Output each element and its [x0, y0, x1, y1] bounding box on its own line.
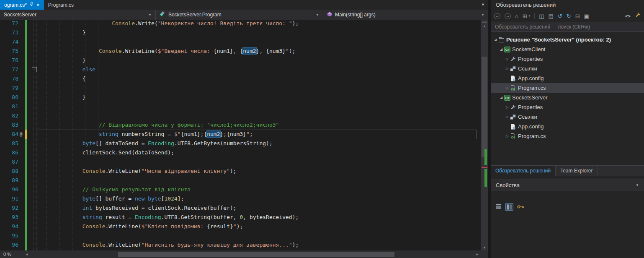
fold-collapse-icon[interactable]: −: [32, 67, 37, 72]
code-line-84[interactable]: 84 string numbersString = $"{num1};{num2…: [0, 130, 481, 139]
properties-panel-header[interactable]: Свойства ▼: [491, 180, 644, 190]
code-editor[interactable]: 72 Console.Write("Некоректне число! Введ…: [0, 19, 481, 250]
editor-horizontal-scrollbar[interactable]: 0 % ◄ ►: [0, 250, 488, 258]
panel-tab-solution-explorer[interactable]: Обозреватель решений: [491, 166, 556, 176]
code-line-81[interactable]: 81: [0, 102, 481, 111]
code-text[interactable]: clientSock.Send(dataToSend);: [40, 148, 174, 157]
tree-item-2[interactable]: ▷Properties: [491, 54, 644, 64]
line-number[interactable]: 84: [0, 130, 18, 139]
properties-toggle-icon[interactable]: [505, 203, 513, 211]
categorized-icon[interactable]: [496, 203, 502, 211]
line-number[interactable]: 93: [0, 213, 18, 222]
zoom-control[interactable]: 0 %: [0, 252, 23, 257]
code-line-92[interactable]: 92 int bytesReceived = clientSock.Receiv…: [0, 203, 481, 213]
tree-expander-icon[interactable]: ◢: [498, 96, 504, 99]
code-text[interactable]: {: [40, 74, 86, 83]
solution-search-input[interactable]: Обозреватель решений — поиск (Ctrl+ж): [491, 22, 644, 32]
code-line-94[interactable]: 94 Console.WriteLine($"Клієнт повідомив:…: [0, 222, 481, 231]
code-line-80[interactable]: 80 }: [0, 93, 481, 102]
property-pages-key-icon[interactable]: [517, 203, 524, 211]
code-text[interactable]: // Відправляємо числа у форматі: "число1…: [40, 120, 279, 130]
line-number[interactable]: 77: [0, 65, 18, 74]
panel-tab-team-explorer[interactable]: Team Explorer: [556, 166, 598, 176]
back-icon[interactable]: ←: [494, 13, 500, 19]
code-line-88[interactable]: 88 Console.WriteLine("Числа відправлені …: [0, 167, 481, 176]
code-text[interactable]: }: [40, 56, 86, 65]
code-text[interactable]: Console.WriteLine("Натисніть будь-яку кл…: [40, 240, 299, 250]
tree-expander-icon[interactable]: ▷: [504, 115, 510, 119]
tree-expander-icon[interactable]: ▷: [504, 105, 510, 109]
refresh-icon[interactable]: ↻: [567, 13, 571, 19]
line-number[interactable]: 87: [0, 157, 18, 167]
preview-selected-items-icon[interactable]: ▣: [584, 13, 589, 19]
code-line-90[interactable]: 90 // Очікуємо результат від клієнта: [0, 185, 481, 194]
tree-item-4[interactable]: App.config: [491, 73, 644, 83]
line-number[interactable]: 92: [0, 203, 18, 213]
line-number[interactable]: 81: [0, 102, 18, 111]
tab-list-chevron-icon[interactable]: ▼: [481, 3, 485, 7]
tree-expander-icon[interactable]: ◢: [492, 38, 498, 42]
line-number[interactable]: 82: [0, 111, 18, 120]
scrollbar-thumb[interactable]: [482, 57, 487, 157]
code-line-73[interactable]: 73 }: [0, 28, 481, 37]
code-line-79[interactable]: 79: [0, 83, 481, 93]
line-number[interactable]: 90: [0, 185, 18, 194]
forward-icon[interactable]: →: [505, 13, 511, 19]
code-line-89[interactable]: 89: [0, 176, 481, 185]
splitter-grip[interactable]: [482, 20, 487, 23]
code-text[interactable]: byte[] buffer = new byte[1024];: [40, 194, 184, 203]
editor-vertical-scrollbar[interactable]: ▲ ▼: [481, 19, 488, 250]
code-text[interactable]: byte[] dataToSend = Encoding.UTF8.GetByt…: [40, 139, 273, 148]
close-icon[interactable]: ×: [36, 2, 40, 8]
tree-item-7[interactable]: ▷Properties: [491, 102, 644, 112]
scope-to-this-icon[interactable]: ◫: [539, 13, 544, 19]
code-line-87[interactable]: 87: [0, 157, 481, 167]
scroll-down-arrow-icon[interactable]: ▼: [481, 245, 488, 250]
code-line-95[interactable]: 95: [0, 231, 481, 240]
code-text[interactable]: int bytesReceived = clientSock.Receive(b…: [40, 203, 237, 213]
code-line-93[interactable]: 93 string result = Encoding.UTF8.GetStri…: [0, 213, 481, 222]
type-dropdown[interactable]: SocketsServer.Program ▼: [156, 10, 323, 20]
code-text[interactable]: Console.Write("Некоректне число! Введіть…: [40, 19, 299, 28]
tree-item-10[interactable]: ▷C#Program.cs: [491, 131, 644, 141]
tree-item-5[interactable]: ▷C#Program.cs: [491, 83, 644, 93]
scroll-up-arrow-icon[interactable]: ▲: [481, 23, 488, 29]
properties-wrench-icon[interactable]: [635, 12, 641, 20]
home-icon[interactable]: ⌂: [515, 13, 518, 19]
collapse-all-icon[interactable]: ⊟: [575, 13, 580, 19]
code-text[interactable]: string result = Encoding.UTF8.GetString(…: [40, 213, 299, 222]
tree-item-3[interactable]: ▷Ссылки: [491, 64, 644, 73]
scroll-right-arrow-icon[interactable]: ►: [474, 253, 481, 256]
code-line-86[interactable]: 86 clientSock.Send(dataToSend);: [0, 148, 481, 157]
tree-item-0[interactable]: ◢Решение "SocketsServer" (проектов: 2): [491, 35, 644, 44]
tree-expander-icon[interactable]: ◢: [498, 47, 504, 51]
tree-item-6[interactable]: ◢C#SocketsServer: [491, 93, 644, 102]
line-number[interactable]: 96: [0, 240, 18, 250]
code-text[interactable]: }: [40, 93, 86, 102]
add-item-icon[interactable]: ⊞: [523, 13, 527, 19]
tree-item-9[interactable]: App.config: [491, 122, 644, 131]
code-text[interactable]: Console.WriteLine($"Введені числа: {num1…: [40, 47, 296, 56]
line-number[interactable]: 86: [0, 148, 18, 157]
code-text[interactable]: string numbersString = $"{num1};{num2};{…: [40, 130, 253, 139]
code-text[interactable]: // Очікуємо результат від клієнта: [40, 185, 191, 194]
tree-expander-icon[interactable]: ▷: [504, 86, 510, 90]
member-dropdown[interactable]: Main(string[] args) ▼: [323, 10, 488, 20]
line-number[interactable]: 91: [0, 194, 18, 203]
line-number[interactable]: 72: [0, 19, 18, 28]
line-number[interactable]: 78: [0, 74, 18, 83]
tree-item-1[interactable]: ◢C#SocketsClient: [491, 44, 644, 54]
tab-program-cs-preview[interactable]: Program.cs: [44, 0, 78, 10]
line-number[interactable]: 80: [0, 93, 18, 102]
chevron-down-icon[interactable]: ▾: [529, 14, 531, 18]
line-number[interactable]: 73: [0, 28, 18, 37]
code-line-72[interactable]: 72 Console.Write("Некоректне число! Введ…: [0, 19, 481, 28]
line-number[interactable]: 76: [0, 56, 18, 65]
project-dropdown[interactable]: SocketsServer ▼: [0, 10, 156, 20]
scroll-left-arrow-icon[interactable]: ◄: [23, 253, 30, 256]
code-text[interactable]: Console.WriteLine($"Клієнт повідомив: {r…: [40, 222, 243, 231]
code-text[interactable]: }: [40, 28, 86, 37]
view-code-icon[interactable]: <>: [625, 13, 631, 19]
code-text[interactable]: Console.WriteLine("Числа відправлені клі…: [40, 167, 237, 176]
show-all-files-icon[interactable]: ▤: [549, 13, 554, 19]
